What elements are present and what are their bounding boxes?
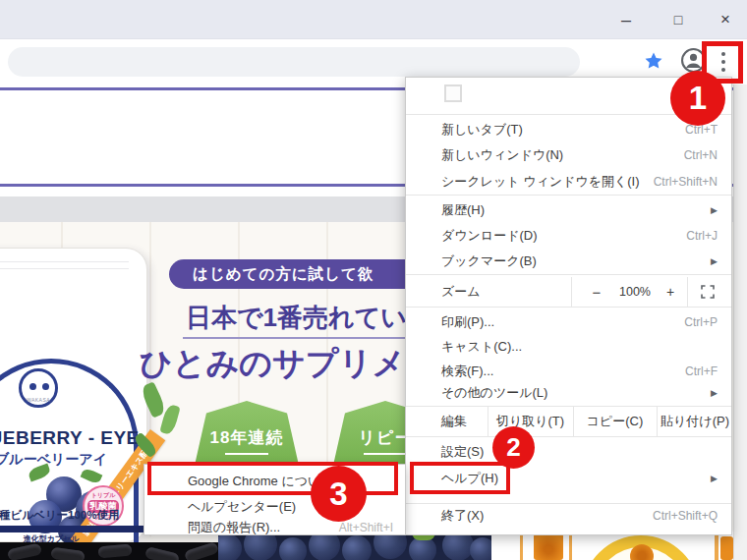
submenu-label: ヘルプセンター(E) [188, 498, 296, 516]
marigold-photo [491, 532, 733, 560]
menu-label: 新しいタブ(T) [441, 121, 523, 139]
menu-label: キャスト(C)... [441, 338, 522, 356]
menu-item-exit[interactable]: 終了(X) Ctrl+Shift+Q [406, 504, 731, 528]
edit-label: 編集 [406, 407, 488, 436]
annotation-step-3: 3 [311, 466, 367, 522]
submenu-shortcut: Alt+Shift+I [339, 521, 393, 534]
menu-label: 履歴(H) [441, 201, 485, 219]
zoom-out-button[interactable]: − [585, 277, 608, 307]
menu-shortcut: Ctrl+Shift+N [654, 175, 718, 189]
menu-shortcut: Ctrl+F [685, 364, 718, 378]
page-scrollbar[interactable] [733, 84, 747, 560]
address-bar[interactable] [8, 47, 580, 77]
edit-copy-button[interactable]: コピー(C) [573, 407, 657, 436]
award-badge-years: 18年連続 [194, 401, 300, 470]
menu-label: 印刷(P)... [441, 313, 494, 331]
ad-headline-1: 日本で1番売れてい [186, 301, 413, 335]
close-icon: × [720, 10, 730, 29]
menu-label: ブックマーク(B) [441, 252, 537, 270]
image-placeholder-icon [444, 84, 462, 102]
submenu-item-report-issue[interactable]: 問題の報告(R)... Alt+Shift+I [144, 520, 405, 535]
title-bar: – □ × [0, 0, 747, 39]
menu-shortcut: Ctrl+N [684, 148, 718, 162]
maximize-button[interactable]: □ [656, 0, 701, 39]
submenu-arrow-icon: ▶ [711, 205, 718, 215]
menu-item-edit-row: 編集 切り取り(T) コピー(C) 貼り付け(P) [406, 407, 731, 436]
menu-shortcut: Ctrl+J [686, 229, 718, 243]
menu-label: 設定(S) [441, 443, 484, 461]
headline-rule [183, 337, 405, 339]
annotation-step-2: 2 [492, 426, 535, 469]
submenu-arrow-icon: ▶ [711, 256, 718, 266]
minimize-button[interactable]: – [603, 0, 649, 39]
minimize-icon: – [621, 10, 631, 30]
menu-label: その他のツール(L) [441, 384, 547, 402]
menu-label: 終了(X) [441, 507, 484, 525]
annotation-box-help-item [410, 462, 510, 494]
product-package: WAKASA BLUEBERRY - EYE ブルーベリーアイ 製法ナノビルベリ… [0, 248, 147, 542]
menu-label: ダウンロード(D) [441, 227, 538, 245]
zoom-level-value: 100% [612, 277, 658, 307]
close-button[interactable]: × [703, 0, 747, 39]
package-zip-line [0, 261, 129, 262]
menu-item-print[interactable]: 印刷(P)... Ctrl+P [406, 309, 731, 335]
capsules-photo [0, 542, 218, 560]
mascot-label: WAKASA [22, 397, 55, 403]
menu-label: シークレット ウィンドウを開く(I) [441, 173, 640, 191]
package-navy-band [0, 526, 146, 532]
zoom-in-button[interactable]: + [660, 277, 681, 307]
ad-banner-pill: はじめての方に試して欲 [169, 259, 405, 289]
menu-label: ズーム [441, 283, 481, 301]
menu-item-incognito[interactable]: シークレット ウィンドウを開く(I) Ctrl+Shift+N [406, 169, 731, 195]
maximize-icon: □ [674, 12, 682, 28]
menu-item-downloads[interactable]: ダウンロード(D) Ctrl+J [406, 223, 731, 249]
marigold-flower-strip [534, 533, 563, 560]
product-brand-name: BLUEBERRY - EYE [0, 427, 146, 449]
submenu-arrow-icon: ▶ [711, 388, 718, 398]
menu-item-more-tools[interactable]: その他のツール(L) ▶ [406, 380, 731, 406]
menu-shortcut: Ctrl+Shift+Q [653, 509, 718, 523]
ad-headline-2: ひとみのサプリメ [140, 342, 405, 386]
submenu-arrow-icon: ▶ [711, 474, 718, 483]
menu-item-bookmarks[interactable]: ブックマーク(B) ▶ [406, 249, 731, 274]
menu-shortcut: Ctrl+P [684, 315, 718, 329]
annotation-step-1: 1 [670, 71, 725, 126]
fullscreen-icon[interactable] [701, 285, 715, 299]
menu-label: 検索(F)... [441, 363, 493, 380]
edit-paste-button[interactable]: 貼り付け(P) [657, 407, 733, 436]
submenu-label: 問題の報告(R)... [188, 519, 280, 536]
marigold-block [720, 536, 733, 560]
menu-item-cast[interactable]: キャスト(C)... [406, 334, 731, 360]
bookmark-star-icon[interactable] [644, 51, 663, 71]
blueberry-mascot-icon: WAKASA [19, 368, 58, 408]
menu-item-zoom: ズーム − 100% + [406, 277, 731, 307]
product-claim-text: 種ビルベリー100%使用 [0, 508, 127, 523]
badge-text-top: トリプル [85, 491, 122, 500]
package-zip-line [0, 268, 129, 269]
browser-window: – □ × W [0, 0, 747, 560]
menu-label: 新しいウィンドウ(N) [441, 146, 563, 164]
menu-item-new-window[interactable]: 新しいウィンドウ(N) Ctrl+N [406, 142, 731, 168]
menu-item-history[interactable]: 履歴(H) ▶ [406, 197, 731, 223]
award-badge-years-text: 18年連続 [194, 426, 300, 449]
